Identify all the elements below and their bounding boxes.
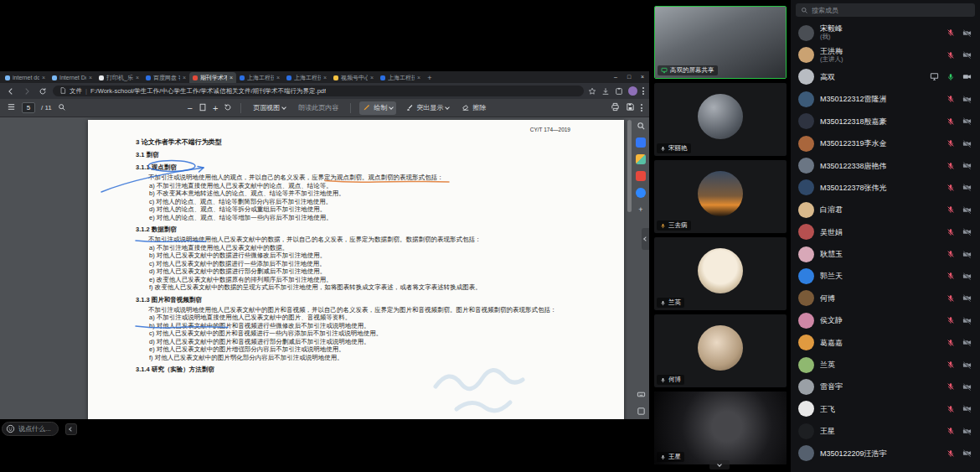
emoji-icon[interactable] [5, 424, 15, 434]
mic-muted-icon[interactable] [946, 360, 955, 369]
member-row[interactable]: M350122338唐艳伟 [791, 154, 980, 176]
tab-close-icon[interactable]: × [89, 75, 92, 80]
mic-muted-icon[interactable] [946, 117, 955, 126]
browser-tab[interactable]: internet down × [2, 72, 49, 83]
mic-muted-icon[interactable] [946, 339, 955, 347]
minimize-button[interactable]: – [609, 71, 622, 82]
member-search-input[interactable] [812, 7, 970, 14]
camera-off-icon[interactable] [962, 360, 972, 370]
browser-tab[interactable]: 打印机_乐商店... × [95, 72, 142, 83]
extensions-icon[interactable] [615, 84, 623, 99]
browser-menu-icon[interactable] [642, 87, 644, 95]
mic-muted-icon[interactable] [946, 272, 955, 280]
member-row[interactable]: 宋毅峰 (我) [791, 22, 980, 44]
browser-tab[interactable]: 视频号中心 × [330, 72, 377, 83]
new-tab-button[interactable]: + [424, 72, 436, 83]
tab-close-icon[interactable]: × [417, 75, 420, 80]
member-row[interactable]: 高双 [791, 66, 980, 88]
chat-collapse-button[interactable] [65, 423, 77, 435]
print-icon[interactable] [611, 102, 620, 113]
draw-tool-button[interactable]: 绘制 [359, 101, 396, 115]
mic-muted-icon[interactable] [946, 449, 955, 458]
member-row[interactable]: 雷音宇 [791, 376, 980, 397]
member-row[interactable]: M350122312雷隆洲 [791, 88, 980, 110]
fit-page-icon[interactable] [199, 103, 207, 113]
member-row[interactable]: 王洪梅 (主讲人) [791, 44, 980, 65]
save-icon[interactable] [626, 102, 635, 113]
tab-close-icon[interactable]: × [230, 75, 233, 80]
forward-button[interactable] [21, 86, 33, 97]
mic-on-icon[interactable] [946, 73, 955, 81]
mic-muted-icon[interactable] [946, 139, 955, 148]
camera-off-icon[interactable] [962, 139, 972, 148]
member-row[interactable]: M350122378张伟光 [791, 177, 980, 199]
tab-close-icon[interactable]: × [276, 75, 280, 80]
chat-input[interactable]: 说点什么... [2, 422, 59, 436]
close-button[interactable]: × [636, 71, 649, 82]
mic-muted-icon[interactable] [946, 29, 955, 37]
member-row[interactable]: 兰英 [791, 354, 980, 376]
rotate-icon[interactable] [224, 103, 232, 113]
notes-extension-icon[interactable] [636, 137, 646, 148]
highlight-tool-button[interactable]: 突出显示 [402, 101, 452, 115]
palette-extension-icon[interactable] [636, 154, 646, 164]
zoom-in-button[interactable]: + [213, 104, 218, 112]
mic-muted-icon[interactable] [946, 51, 955, 60]
view-mode-dropdown[interactable]: 页面视图 [250, 101, 289, 114]
pdf-more-icon[interactable] [641, 104, 642, 112]
member-row[interactable]: 何博 [791, 288, 980, 309]
tab-close-icon[interactable]: × [183, 75, 186, 80]
tab-close-icon[interactable]: × [136, 75, 139, 80]
scroll-more-button[interactable] [709, 460, 730, 469]
bookmark-star-icon[interactable] [588, 84, 596, 99]
page-number-input[interactable] [22, 102, 35, 113]
camera-off-icon[interactable] [962, 205, 972, 215]
member-row[interactable]: M350122318殷嘉豪 [791, 111, 980, 132]
mic-muted-icon[interactable] [946, 184, 955, 192]
pdf-search-icon[interactable] [58, 103, 66, 113]
camera-off-icon[interactable] [962, 449, 972, 458]
mic-muted-icon[interactable] [946, 294, 955, 303]
member-row[interactable]: 郭兰天 [791, 265, 980, 287]
camera-off-icon[interactable] [962, 404, 972, 413]
video-tile[interactable]: 何博 [654, 314, 787, 387]
tab-close-icon[interactable]: × [323, 75, 327, 80]
camera-off-icon[interactable] [962, 427, 972, 436]
address-bar[interactable]: 文件 | F:/Work-school/学生工作/中心学生工作/学术诚信相关文件… [53, 86, 584, 96]
read-aloud-button[interactable]: 朗读此页内容 [295, 101, 342, 114]
browser-tab[interactable]: 上海工程技术... × [283, 72, 330, 83]
mic-muted-icon[interactable] [946, 427, 955, 435]
camera-off-icon[interactable] [962, 29, 972, 38]
mic-muted-icon[interactable] [946, 382, 955, 391]
video-tile[interactable]: 三去病 [654, 160, 787, 233]
download-icon[interactable] [601, 84, 610, 99]
camera-off-icon[interactable] [962, 250, 972, 259]
camera-off-icon[interactable] [962, 95, 972, 104]
favorites-extension-icon[interactable] [636, 171, 646, 181]
erase-tool-button[interactable]: 擦除 [458, 101, 489, 115]
camera-off-icon[interactable] [962, 316, 972, 325]
tab-close-icon[interactable]: × [42, 75, 45, 80]
camera-off-icon[interactable] [962, 227, 972, 236]
browser-tab[interactable]: 百度网盘 客户... × [142, 72, 189, 83]
mic-muted-icon[interactable] [946, 228, 955, 236]
member-row[interactable]: 白溶君 [791, 199, 980, 220]
member-search[interactable] [796, 3, 975, 17]
camera-off-icon[interactable] [962, 161, 972, 170]
assistant-extension-icon[interactable] [636, 188, 646, 198]
camera-off-icon[interactable] [962, 293, 972, 303]
profile-avatar[interactable] [628, 86, 637, 96]
video-tile[interactable]: 王星 [654, 392, 787, 464]
mic-muted-icon[interactable] [946, 95, 955, 103]
maximize-button[interactable]: □ [622, 71, 636, 82]
browser-tab[interactable]: 上海工程技术... × [236, 72, 283, 83]
camera-off-icon[interactable] [962, 382, 972, 392]
pdf-viewer[interactable]: CY/T 174—2019 3 论文作者学术不端行为类型 3.1 剽窃 3.1.… [0, 117, 649, 419]
camera-icon[interactable] [962, 72, 972, 81]
member-row[interactable]: 王飞 [791, 398, 980, 420]
member-list[interactable]: 宋毅峰 (我) [791, 22, 980, 472]
camera-off-icon[interactable] [962, 117, 972, 126]
toc-icon[interactable] [7, 102, 16, 113]
member-row[interactable]: M350122319李水金 [791, 132, 980, 154]
member-row[interactable]: M350122209汪浩宇 [791, 442, 980, 464]
